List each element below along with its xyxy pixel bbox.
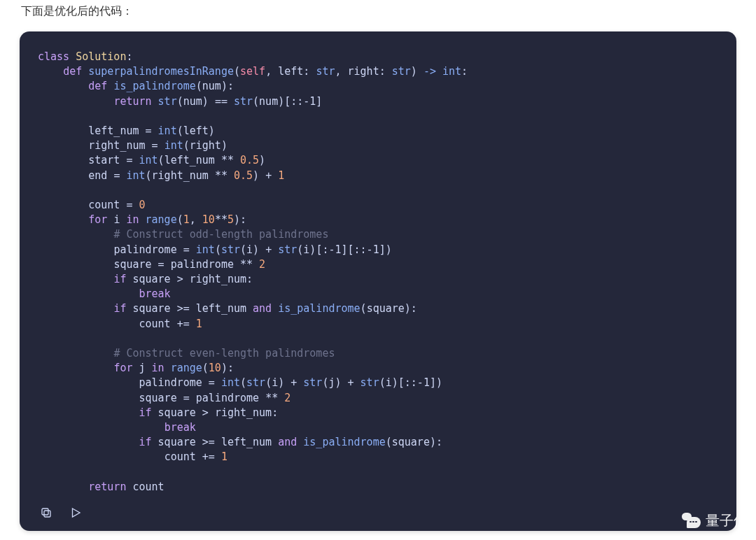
fn-call: is_palindrome bbox=[303, 436, 385, 448]
var: i bbox=[272, 376, 278, 389]
param: right bbox=[348, 65, 379, 78]
svg-marker-2 bbox=[73, 509, 80, 517]
var: square bbox=[113, 258, 151, 271]
builtin: str bbox=[234, 95, 253, 108]
var: j bbox=[139, 362, 146, 374]
code-content: class Solution: def superpalindromesInRa… bbox=[38, 50, 718, 495]
builtin: str bbox=[278, 243, 297, 256]
op: += bbox=[177, 318, 190, 330]
kw-if: if bbox=[139, 406, 152, 419]
param: left bbox=[278, 65, 303, 78]
var: left_num bbox=[196, 302, 246, 315]
kw-if: if bbox=[139, 436, 152, 448]
num: 1 bbox=[183, 213, 190, 226]
fn-name: superpalindromesInRange bbox=[88, 65, 234, 78]
builtin: int bbox=[158, 125, 177, 137]
arrow: -> bbox=[424, 65, 436, 78]
param: num bbox=[259, 95, 278, 108]
builtin: range bbox=[146, 213, 177, 226]
builtin: int bbox=[139, 154, 158, 166]
builtin: int bbox=[126, 169, 145, 182]
param: right bbox=[190, 139, 221, 152]
num: 1 bbox=[196, 318, 202, 330]
type: str bbox=[392, 65, 411, 78]
kw-break: break bbox=[164, 421, 196, 434]
var: count bbox=[132, 481, 164, 493]
var: palindrome bbox=[171, 258, 234, 271]
builtin: str bbox=[158, 95, 177, 108]
kw-for: for bbox=[113, 362, 132, 374]
builtin: str bbox=[360, 376, 379, 389]
builtin: range bbox=[171, 362, 202, 374]
var: square bbox=[132, 273, 170, 285]
var: right_num bbox=[215, 406, 272, 419]
kw-if: if bbox=[113, 302, 126, 315]
var: palindrome bbox=[196, 392, 259, 404]
param: left bbox=[183, 125, 209, 137]
op: + bbox=[265, 169, 272, 182]
var: left_num bbox=[164, 154, 215, 166]
slice: [::-1] bbox=[284, 95, 322, 108]
builtin: str bbox=[246, 376, 265, 389]
watermark: 量子位 bbox=[682, 511, 748, 530]
num: 1 bbox=[221, 450, 227, 463]
var: start bbox=[88, 154, 120, 166]
var: square bbox=[139, 392, 177, 404]
num: 2 bbox=[284, 392, 290, 404]
num: 5 bbox=[227, 213, 234, 226]
builtin: int bbox=[164, 139, 183, 152]
op: >= bbox=[177, 302, 190, 315]
slice: [::-1] bbox=[348, 243, 386, 256]
self-kw: self bbox=[240, 65, 265, 78]
var: square bbox=[132, 302, 170, 315]
var: right_num bbox=[152, 169, 209, 182]
op: + bbox=[265, 243, 272, 256]
var: square bbox=[158, 436, 196, 448]
var: right_num bbox=[190, 273, 246, 285]
kw-in: in bbox=[152, 362, 164, 374]
run-icon[interactable] bbox=[67, 504, 84, 521]
builtin: int bbox=[221, 376, 240, 389]
type: int bbox=[442, 65, 461, 78]
var: palindrome bbox=[113, 243, 176, 256]
num: 0.5 bbox=[240, 154, 259, 166]
op: == bbox=[215, 95, 227, 108]
copy-icon[interactable] bbox=[38, 504, 55, 521]
var: right_num bbox=[88, 139, 145, 152]
comment: # Construct even-length palindromes bbox=[113, 347, 335, 360]
var: left_num bbox=[221, 436, 272, 448]
param: num bbox=[202, 80, 221, 92]
op: > bbox=[202, 406, 209, 419]
type: str bbox=[316, 65, 335, 78]
kw-break: break bbox=[139, 287, 171, 300]
param: num bbox=[183, 95, 202, 108]
num: 10 bbox=[202, 213, 215, 226]
num: 2 bbox=[259, 258, 265, 271]
svg-rect-0 bbox=[44, 511, 50, 517]
var: i bbox=[303, 243, 309, 256]
var: square bbox=[367, 302, 405, 315]
builtin: str bbox=[303, 376, 322, 389]
op: + bbox=[290, 376, 297, 389]
num: 0.5 bbox=[234, 169, 253, 182]
var: count bbox=[139, 318, 171, 330]
builtin: int bbox=[196, 243, 215, 256]
svg-rect-1 bbox=[42, 509, 48, 515]
comment: # Construct odd-length palindromes bbox=[113, 228, 328, 241]
num: 10 bbox=[209, 362, 221, 374]
var: square bbox=[158, 406, 196, 419]
kw-return: return bbox=[88, 481, 126, 493]
num: 0 bbox=[139, 199, 146, 211]
var: palindrome bbox=[139, 376, 202, 389]
wechat-icon bbox=[682, 513, 703, 530]
var: count bbox=[88, 199, 120, 211]
kw-for: for bbox=[88, 213, 107, 226]
var: end bbox=[88, 169, 107, 182]
kw-return: return bbox=[113, 95, 151, 108]
kw-class: class bbox=[38, 50, 69, 63]
var: i bbox=[113, 213, 120, 226]
var: left_num bbox=[88, 125, 139, 137]
op: >= bbox=[202, 436, 215, 448]
watermark-label: 量子位 bbox=[706, 511, 748, 530]
code-block: class Solution: def superpalindromesInRa… bbox=[20, 31, 736, 531]
